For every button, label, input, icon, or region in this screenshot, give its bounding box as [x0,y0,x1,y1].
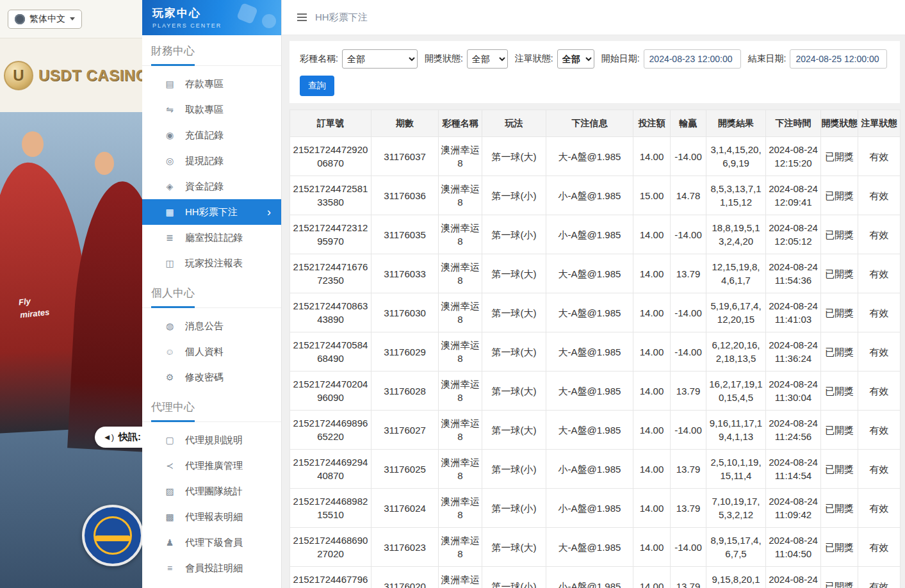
sidebar-menu-item[interactable]: ⇋ 取款專區 [142,97,281,122]
cell-draw-result: 3,1,4,15,20,6,9,19 [706,137,766,176]
cell-period: 31176028 [371,372,439,411]
cell-bet-info: 大-A盤@1.985 [546,137,633,176]
cell-bet-amount: 14.00 [633,489,671,528]
sidebar-menu-item[interactable]: ≡ 會員投註明細 [142,555,281,581]
cell-lottery-name: 澳洲幸运8 [439,489,482,528]
cell-bet-info: 大-A盤@1.985 [546,332,633,372]
sidebar-menu-item[interactable]: ▨ 代理團隊統計 [142,478,281,504]
cell-win-loss: -14.00 [671,137,706,176]
cell-bet-status: 有效 [858,450,901,489]
cell-draw-status: 已開獎 [821,372,858,411]
menu-item-label: 玩家投注報表 [185,257,243,270]
sidebar-menu-item[interactable]: ▩ 代理報表明細 [142,504,281,530]
page-title: HH彩票下注 [315,12,368,24]
table-header-cell: 注單狀態 [858,110,901,137]
table-header-cell: 開獎結果 [706,110,766,137]
lottery-select[interactable]: 全部 [342,49,418,69]
cell-bet-info: 小-A盤@1.985 [546,489,633,528]
cell-win-loss: -14.00 [671,528,706,567]
topbar: HH彩票下注 [282,0,905,35]
language-selector[interactable]: 繁体中文 [8,10,82,29]
sidebar-menu-item[interactable]: ◉ 充值記錄 [142,122,281,148]
menu-item-label: 個人資料 [185,346,224,358]
menu-item-icon: ◎ [164,156,175,166]
cell-play-type: 第一球(大) [482,332,546,372]
menu-item-label: 代理團隊統計 [185,486,243,498]
cell-draw-result: 8,5,3,13,7,11,15,12 [706,176,766,215]
cell-draw-status: 已開獎 [821,332,858,372]
table-row: 2152172447292006870 31176037 澳洲幸运8 第一球(大… [290,137,901,176]
menu-item-icon: ≺ [164,461,175,471]
cell-play-type: 第一球(小) [482,176,546,215]
cell-period: 31176030 [371,293,439,332]
news-ticker: ◄) 快訊: [95,427,142,448]
cell-draw-result: 18,8,19,5,13,2,4,20 [706,215,766,254]
sidebar-menu-item[interactable]: ⚙ 修改密碼 [142,364,281,390]
cell-draw-result: 6,12,20,16,2,18,13,5 [706,332,766,372]
menu-item-label: 充值記錄 [185,129,224,142]
sidebar-menu-item[interactable]: ≺ 代理推廣管理 [142,453,281,478]
sidebar-menu-item[interactable]: ◎ 提現記錄 [142,148,281,174]
sidebar-menu-item[interactable]: ♟ 代理下級會員 [142,530,281,555]
cell-bet-amount: 14.00 [633,215,671,254]
sidebar-menu-item[interactable]: ▤ 存款專區 [142,71,281,97]
cell-period: 31176033 [371,254,439,293]
cell-bet-time: 2024-08-24 12:15:20 [766,137,821,176]
sidebar-menu-item[interactable]: ≣ 廳室投註記錄 [142,225,281,250]
menu-item-icon: ◍ [164,321,175,331]
cell-bet-time: 2024-08-24 11:04:50 [766,528,821,567]
cell-bet-amount: 14.00 [633,528,671,567]
filter-panel: 彩種名稱: 全部 開獎狀態: 全部 注單狀態: 全部 開始日期: 結束日期: [289,41,900,103]
sidebar-menu-item[interactable]: ◈ 資金記錄 [142,174,281,199]
sidebar-menu-item[interactable]: ▦ HH彩票下注 › [142,199,281,225]
cell-lottery-name: 澳洲幸运8 [439,215,482,254]
photo-player-face [95,152,114,175]
hamburger-menu-icon[interactable] [297,13,307,21]
cell-period: 31176027 [371,411,439,450]
cell-bet-status: 有效 [858,137,901,176]
casino-logo[interactable]: U USDT CASINO [0,38,142,112]
sidebar-menu-item[interactable]: ▢ 代理規則說明 [142,427,281,453]
cell-order-number: 2152172447258133580 [290,176,371,215]
sidebar-menu-item[interactable]: ◍ 消息公告 [142,313,281,339]
cell-order-number: 2152172447167672350 [290,254,371,293]
bet-status-select[interactable]: 全部 [557,49,594,69]
cell-bet-time: 2024-08-24 11:14:54 [766,450,821,489]
end-date-input[interactable] [790,49,887,69]
jersey-sponsor-text: Fly mirates [18,293,50,322]
search-button[interactable]: 查詢 [300,76,334,96]
cell-period: 31176037 [371,137,439,176]
menu-item-icon: ▢ [164,435,175,445]
start-date-input[interactable] [644,49,741,69]
cell-lottery-name: 澳洲幸运8 [439,293,482,332]
menu-item-label: 資金記錄 [185,181,224,193]
table-header-cell: 訂單號 [290,110,371,137]
cell-draw-status: 已開獎 [821,528,858,567]
table-body: 2152172447292006870 31176037 澳洲幸运8 第一球(大… [290,137,901,588]
cell-win-loss: 13.79 [671,372,706,411]
menu-item-icon: ≡ [164,563,175,573]
cell-bet-info: 大-A盤@1.985 [546,411,633,450]
cell-draw-result: 7,10,19,17,5,3,2,12 [706,489,766,528]
cell-draw-result: 16,2,17,19,10,15,4,5 [706,372,766,411]
sidebar-menu-item[interactable]: ☺ 個人資料 [142,339,281,364]
sidebar-menu-item[interactable]: ▥ 會員交易明細 [142,581,281,588]
cell-bet-amount: 14.00 [633,411,671,450]
cell-bet-amount: 14.00 [633,332,671,372]
cell-order-number: 2152172446869027020 [290,528,371,567]
table-row: 2152172446989665220 31176027 澳洲幸运8 第一球(大… [290,411,901,450]
cell-win-loss: -14.00 [671,332,706,372]
cell-draw-status: 已開獎 [821,254,858,293]
cell-bet-time: 2024-08-24 10:49:56 [766,567,821,588]
cell-draw-status: 已開獎 [821,293,858,332]
usdt-coin-icon: U [4,61,33,90]
table-header-cell: 期數 [371,110,439,137]
cell-order-number: 2152172447292006870 [290,137,371,176]
menu-item-icon: ◈ [164,181,175,192]
draw-status-select[interactable]: 全部 [467,49,508,69]
sidebar-menu-item[interactable]: ◫ 玩家投注報表 [142,250,281,276]
finance-menu-list: ▤ 存款專區 ⇋ 取款專區 ◉ 充值記錄 [142,66,281,277]
cell-bet-status: 有效 [858,411,901,450]
cell-bet-time: 2024-08-24 12:09:41 [766,176,821,215]
chip-decor-icon [262,14,276,28]
